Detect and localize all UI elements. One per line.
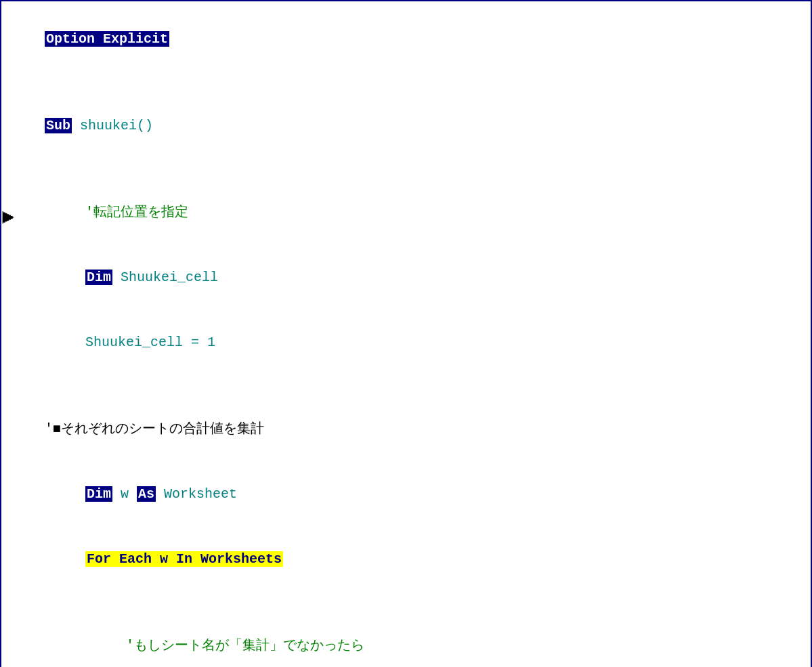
- empty-line-4: [12, 592, 800, 614]
- comment-moshi: 'もしシート名が「集計」でなかったら: [126, 638, 364, 653]
- line-dim-shuukei: Dim Shuukei_cell: [12, 245, 800, 310]
- var-w: w: [112, 486, 137, 502]
- line-option-explicit: Option Explicit: [12, 7, 800, 72]
- empty-line-2: [12, 158, 800, 180]
- type-worksheet: Worksheet: [156, 486, 237, 502]
- shuukei-assign: Shuukei_cell = 1: [85, 335, 215, 350]
- keyword-option-explicit: Option Explicit: [45, 31, 169, 47]
- empty-line-3: [12, 375, 800, 397]
- line-sub-declaration: Sub shuukei(): [12, 93, 800, 158]
- keyword-as: As: [137, 486, 156, 502]
- cursor-arrow: ⯈: [1, 210, 16, 228]
- line-comment-moshi: 'もしシート名が「集計」でなかったら: [12, 614, 800, 667]
- empty-line-1: [12, 72, 800, 93]
- line-comment-tenki: '転記位置を指定: [12, 180, 800, 245]
- line-shuukei-assign: Shuukei_cell = 1: [12, 310, 800, 375]
- line-dim-worksheet: Dim w As Worksheet: [12, 462, 800, 527]
- keyword-sub: Sub: [45, 118, 72, 133]
- keyword-dim-1: Dim: [85, 270, 112, 285]
- sub-name: shuukei(): [72, 118, 153, 133]
- comment-sorezore: '■それぞれのシートの合計値を集計: [45, 421, 264, 437]
- var-shuukei: Shuukei_cell: [112, 270, 218, 285]
- code-editor: ⯈ Option Explicit Sub shuukei() '転記位置を指定…: [0, 0, 812, 667]
- keyword-dim-2: Dim: [85, 486, 112, 502]
- line-for-each: For Each w In Worksheets: [12, 527, 800, 592]
- comment-tenki: '転記位置を指定: [85, 205, 188, 220]
- line-comment-sorezore: '■それぞれのシートの合計値を集計: [12, 397, 800, 462]
- keyword-for-each: For Each w In Worksheets: [85, 551, 283, 567]
